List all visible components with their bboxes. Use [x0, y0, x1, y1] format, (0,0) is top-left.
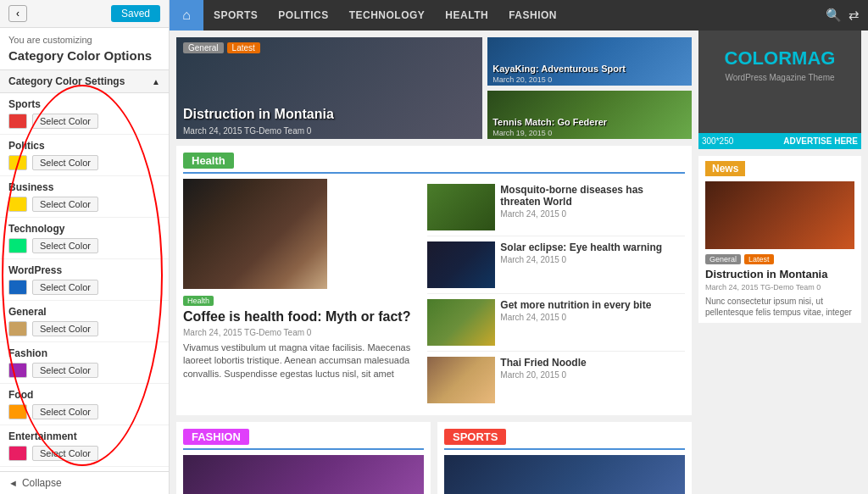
list-item: Food Select Color: [0, 384, 169, 425]
ad-subtitle: WordPress Magazine Theme: [707, 73, 853, 82]
health-main-image[interactable]: [183, 179, 327, 289]
health-badge: Health: [183, 153, 234, 169]
hero-small-kayak[interactable]: KayaKing: Adventurous Sport March 20, 20…: [487, 37, 692, 86]
item-label-fashion: Fashion: [8, 347, 160, 359]
item-label-food: Food: [8, 389, 160, 401]
ad-footer: 300*250 ADVERTISE HERE: [698, 133, 861, 149]
fashion-badge: FASHION: [183, 429, 249, 445]
color-swatch-food[interactable]: [8, 404, 27, 419]
hero-small-meta-0: March 20, 2015 0: [492, 75, 552, 84]
color-swatch-technology[interactable]: [8, 238, 27, 253]
news-section: News General Latest Distruction in Monta…: [698, 156, 861, 323]
panel-title: Category Color Options: [0, 47, 169, 69]
shuffle-icon[interactable]: ⇄: [849, 8, 860, 23]
list-item: Politics Select Color: [0, 135, 169, 176]
article-title-3[interactable]: Thai Fried Noodle: [500, 357, 685, 369]
select-color-button-fashion[interactable]: Select Color: [32, 363, 98, 378]
mosquito-thumb[interactable]: [427, 184, 495, 230]
select-color-button-food[interactable]: Select Color: [32, 404, 98, 419]
select-color-button-general[interactable]: Select Color: [32, 321, 98, 336]
nav-links: SPORTS POLITICS TECHNOLOGY HEALTH FASHIO…: [203, 0, 826, 31]
sports-image[interactable]: [444, 455, 685, 494]
ad-size: 300*250: [702, 136, 733, 146]
health-main-content: Health Coffee is health food: Myth or fa…: [183, 293, 420, 408]
color-swatch-politics[interactable]: [8, 155, 27, 170]
color-swatch-sports[interactable]: [8, 114, 27, 129]
collapse-button[interactable]: ◄ Collapse: [0, 471, 169, 494]
item-label-technology: Technology: [8, 223, 160, 235]
article-info: Solar eclipse: Eye health warning March …: [500, 241, 685, 264]
article-meta-1: March 24, 2015 0: [500, 255, 685, 264]
article-title-1[interactable]: Solar eclipse: Eye health warning: [500, 241, 685, 253]
health-side-col: Mosquito-borne diseases has threaten Wor…: [427, 179, 685, 408]
health-grid: Health Coffee is health food: Myth or fa…: [183, 179, 685, 408]
sports-category-header: SPORTS: [444, 429, 685, 450]
article-title-2[interactable]: Get more nutrition in every bite: [500, 299, 685, 311]
news-desc: Nunc consectetur ipsum nisi, ut pellente…: [705, 296, 854, 318]
fashion-category-header: FASHION: [183, 429, 424, 450]
news-image[interactable]: [705, 181, 854, 249]
top-bar: ‹ Saved: [0, 0, 169, 28]
ad-logo-color: COLOR: [725, 47, 792, 69]
fashion-image[interactable]: [183, 455, 424, 494]
saved-button[interactable]: Saved: [111, 5, 160, 22]
health-main-col: Health Coffee is health food: Myth or fa…: [183, 179, 420, 408]
select-color-button-business[interactable]: Select Color: [32, 197, 98, 212]
list-item: Business Select Color: [0, 176, 169, 218]
health-article-row: Get more nutrition in every bite March 2…: [427, 299, 685, 352]
sports-badge: SPORTS: [444, 429, 506, 445]
news-tag-general: General: [705, 254, 741, 264]
news-header: News: [705, 161, 745, 176]
nav-icons: 🔍 ⇄: [826, 8, 868, 23]
health-main-title[interactable]: Coffee is health food: Myth or fact?: [183, 309, 420, 325]
hero-small-title-0: KayaKing: Adventurous Sport: [492, 64, 626, 74]
nutrition-thumb[interactable]: [427, 299, 495, 346]
health-section: Health Health Coffee is health food: Myt…: [176, 146, 692, 415]
article-info: Mosquito-borne diseases has threaten Wor…: [500, 184, 685, 219]
item-label-business: Business: [8, 181, 160, 193]
nav-politics[interactable]: POLITICS: [268, 0, 338, 31]
select-color-button-wordpress[interactable]: Select Color: [32, 280, 98, 295]
news-title[interactable]: Distruction in Montania: [705, 268, 854, 280]
article-info: Get more nutrition in every bite March 2…: [500, 299, 685, 322]
right-sidebar: COLORMAG WordPress Magazine Theme 300*25…: [698, 31, 868, 494]
noodle-thumb[interactable]: [427, 357, 495, 403]
top-nav: ⌂ SPORTS POLITICS TECHNOLOGY HEALTH FASH…: [170, 0, 868, 31]
color-swatch-wordpress[interactable]: [8, 280, 27, 295]
hero-small-meta-1: March 19, 2015 0: [492, 129, 552, 137]
select-color-button-entertainment[interactable]: Select Color: [32, 446, 98, 461]
home-icon[interactable]: ⌂: [170, 0, 203, 31]
main-area: General Latest Distruction in Montania M…: [170, 31, 868, 494]
section-header[interactable]: Category Color Settings ▲: [0, 69, 169, 93]
list-item: Fashion Select Color: [0, 342, 169, 384]
nav-sports[interactable]: SPORTS: [203, 0, 268, 31]
select-color-button-technology[interactable]: Select Color: [32, 238, 98, 253]
select-color-button-politics[interactable]: Select Color: [32, 155, 98, 170]
tag-general: General: [183, 42, 224, 53]
health-category-header: Health: [183, 153, 685, 174]
color-swatch-entertainment[interactable]: [8, 446, 27, 461]
eclipse-thumb[interactable]: [427, 241, 495, 288]
back-button[interactable]: ‹: [8, 5, 27, 22]
hero-small-title-1: Tennis Match: Go Federer: [492, 117, 607, 127]
hero-row: General Latest Distruction in Montania M…: [176, 37, 692, 139]
article-title-0[interactable]: Mosquito-borne diseases has threaten Wor…: [500, 184, 685, 208]
item-label-sports: Sports: [8, 98, 160, 110]
nav-health[interactable]: HEALTH: [435, 0, 498, 31]
search-icon[interactable]: 🔍: [826, 8, 842, 23]
nav-fashion[interactable]: FASHION: [498, 0, 567, 31]
hero-small-tennis[interactable]: Tennis Match: Go Federer March 19, 2015 …: [487, 91, 692, 139]
color-swatch-business[interactable]: [8, 197, 27, 212]
color-swatch-fashion[interactable]: [8, 363, 27, 378]
hero-main-article[interactable]: General Latest Distruction in Montania M…: [176, 37, 482, 139]
nav-technology[interactable]: TECHNOLOGY: [339, 0, 436, 31]
collapse-label: Collapse: [22, 477, 62, 489]
color-swatch-general[interactable]: [8, 321, 27, 336]
ad-cta[interactable]: ADVERTISE HERE: [783, 136, 858, 146]
customize-text: You are customizing: [0, 28, 169, 47]
hero-title: Distruction in Montania: [183, 107, 334, 122]
select-color-button-sports[interactable]: Select Color: [32, 114, 98, 129]
right-content: ⌂ SPORTS POLITICS TECHNOLOGY HEALTH FASH…: [170, 0, 868, 494]
color-items-list: Sports Select Color Politics Select Colo…: [0, 93, 169, 471]
health-main-meta: March 24, 2015 TG-Demo Team 0: [183, 328, 420, 337]
